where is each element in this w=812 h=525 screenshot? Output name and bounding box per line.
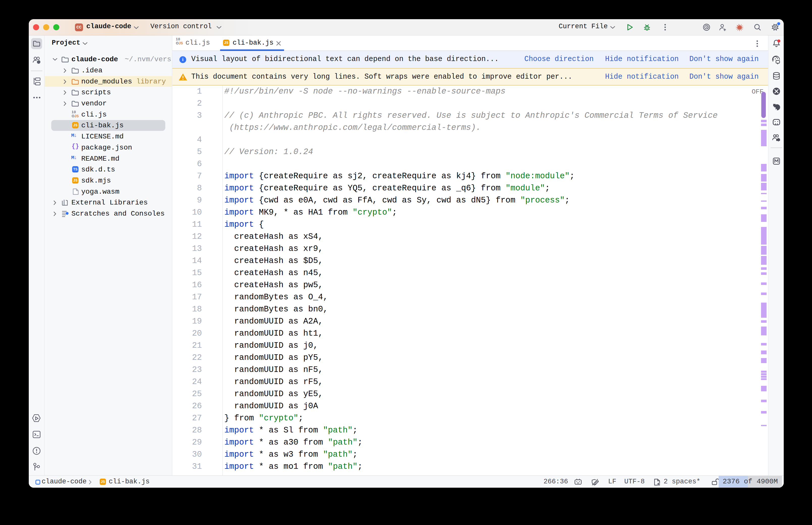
- svg-text:?: ?: [38, 60, 40, 64]
